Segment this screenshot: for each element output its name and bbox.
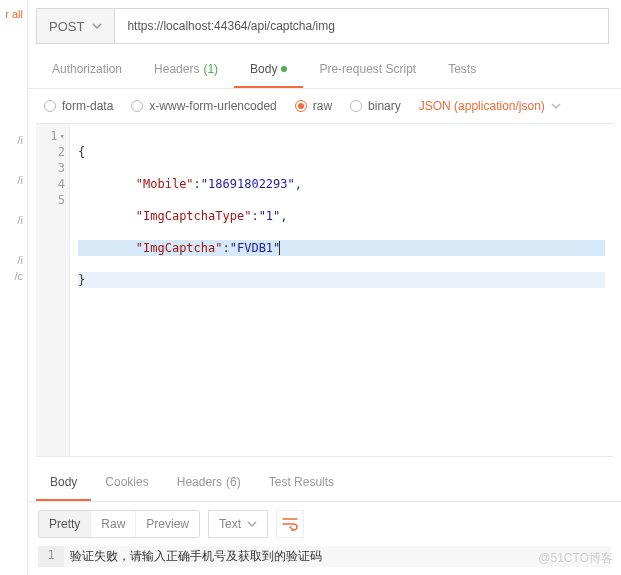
chevron-down-icon: [92, 22, 102, 30]
url-input-container: [114, 8, 609, 44]
radio-raw[interactable]: raw: [295, 99, 332, 113]
tab-prerequest[interactable]: Pre-request Script: [303, 52, 432, 88]
request-row: POST: [36, 8, 609, 44]
response-view-mode: Pretty Raw Preview: [38, 510, 200, 538]
radio-icon: [131, 100, 143, 112]
editor-gutter: 1▾ 2 3 4 5: [36, 124, 70, 456]
sidebar-item[interactable]: /i: [0, 252, 27, 268]
response-text[interactable]: 验证失败，请输入正确手机号及获取到的验证码: [64, 546, 611, 567]
line-wrap-icon[interactable]: [276, 510, 304, 538]
headers-count: (1): [203, 62, 218, 76]
fold-icon[interactable]: ▾: [60, 131, 65, 141]
request-body-editor[interactable]: 1▾ 2 3 4 5 { "Mobile":"18691802293", "Im…: [36, 123, 613, 457]
editor-code[interactable]: { "Mobile":"18691802293", "ImgCaptchaTyp…: [70, 124, 613, 456]
tab-authorization[interactable]: Authorization: [36, 52, 138, 88]
sidebar: r all /i /i /i /i /c: [0, 0, 28, 575]
tab-body[interactable]: Body: [234, 52, 303, 88]
sidebar-item[interactable]: r all: [0, 6, 27, 22]
body-type-row: form-data x-www-form-urlencoded raw bina…: [28, 89, 621, 123]
radio-icon: [350, 100, 362, 112]
sidebar-item[interactable]: /i: [0, 212, 27, 228]
method-label: POST: [49, 19, 84, 34]
body-modified-dot-icon: [281, 66, 287, 72]
response-format-select[interactable]: Text: [208, 510, 268, 538]
request-tabs: Authorization Headers (1) Body Pre-reque…: [28, 52, 621, 89]
method-select[interactable]: POST: [36, 8, 114, 44]
content-type-select[interactable]: JSON (application/json): [419, 99, 561, 113]
preview-button[interactable]: Preview: [136, 511, 199, 537]
resp-tab-cookies[interactable]: Cookies: [91, 465, 162, 501]
radio-icon: [295, 100, 307, 112]
response-toolbar: Pretty Raw Preview Text: [28, 502, 621, 546]
radio-xwww[interactable]: x-www-form-urlencoded: [131, 99, 276, 113]
response-body: 1 验证失败，请输入正确手机号及获取到的验证码: [38, 546, 611, 567]
main-panel: POST Authorization Headers (1) Body Pre-…: [28, 0, 621, 575]
chevron-down-icon: [551, 102, 561, 110]
resp-tab-body[interactable]: Body: [36, 465, 91, 501]
resp-headers-count: (6): [226, 475, 241, 489]
tab-tests[interactable]: Tests: [432, 52, 492, 88]
resp-tab-headers[interactable]: Headers (6): [163, 465, 255, 501]
radio-form-data[interactable]: form-data: [44, 99, 113, 113]
chevron-down-icon: [247, 520, 257, 528]
sidebar-item[interactable]: /i: [0, 172, 27, 188]
sidebar-item[interactable]: /i: [0, 132, 27, 148]
pretty-button[interactable]: Pretty: [39, 511, 91, 537]
response-tabs: Body Cookies Headers (6) Test Results: [28, 465, 621, 502]
raw-button[interactable]: Raw: [91, 511, 136, 537]
sidebar-item[interactable]: /c: [0, 268, 27, 284]
resp-tab-test-results[interactable]: Test Results: [255, 465, 348, 501]
radio-icon: [44, 100, 56, 112]
url-input[interactable]: [127, 19, 596, 33]
tab-headers[interactable]: Headers (1): [138, 52, 234, 88]
response-gutter: 1: [38, 546, 64, 567]
radio-binary[interactable]: binary: [350, 99, 401, 113]
